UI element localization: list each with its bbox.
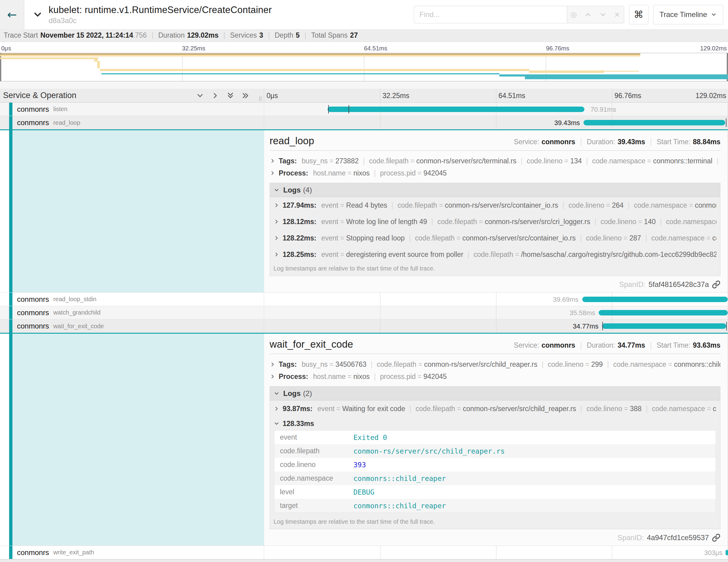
span-id-value: 5faf48165428c37a bbox=[648, 280, 709, 289]
span-bar[interactable] bbox=[726, 550, 728, 555]
tags-label: Tags: bbox=[279, 157, 297, 165]
chevron-right-icon bbox=[274, 202, 280, 208]
view-selector-dropdown[interactable]: Trace Timeline bbox=[653, 5, 723, 24]
span-name-cell[interactable]: conmonrs wait_for_exit_code bbox=[0, 319, 264, 333]
log-entry[interactable]: 128.12ms: event=Wrote log line of length… bbox=[270, 213, 720, 230]
process-pair: host.name=nixos bbox=[313, 373, 370, 381]
span-row-watch-grandchild[interactable]: conmonrs watch_grandchild 35.58ms bbox=[0, 306, 728, 319]
services-value: 3 bbox=[259, 31, 263, 39]
timeline-ruler: 0μs 32.25ms 64.51ms 96.76ms 129.02ms bbox=[264, 89, 728, 103]
service-label: Service: bbox=[514, 341, 539, 349]
span-timeline-cell[interactable]: 34.77ms bbox=[264, 319, 728, 333]
log-field: code.lineno=264 bbox=[558, 201, 624, 209]
keyboard-shortcuts-button[interactable]: ⌘ bbox=[629, 5, 648, 24]
copy-link-icon[interactable] bbox=[712, 533, 720, 542]
span-bar[interactable] bbox=[328, 107, 584, 112]
service-color-accent bbox=[9, 103, 12, 116]
back-button[interactable]: ← bbox=[0, 0, 24, 29]
duration-label: Duration bbox=[158, 31, 185, 39]
span-name-cell[interactable]: conmonrs watch_grandchild bbox=[0, 306, 264, 319]
tag-pair: code.namespace=conmonrs::terminal bbox=[582, 157, 713, 165]
span-row-listen[interactable]: conmonrs listen 70.91ms bbox=[0, 103, 728, 116]
logs-label: Logs bbox=[283, 389, 301, 398]
tags-row[interactable]: Tags: busy_ns=34506763code.filepath=conm… bbox=[270, 358, 720, 370]
minimap-span-segment bbox=[604, 71, 639, 72]
process-pair: process.pid=942045 bbox=[370, 169, 447, 177]
log-entry[interactable]: 128.22ms: event=Stopping read loopcode.f… bbox=[270, 230, 720, 246]
log-entry[interactable]: 128.25ms: event=deregistering event sour… bbox=[270, 246, 720, 263]
span-name-cell[interactable]: conmonrs listen bbox=[0, 103, 264, 116]
span-name-cell[interactable]: conmonrs read_loop bbox=[0, 116, 264, 129]
locate-span-icon[interactable]: ◎ bbox=[570, 10, 577, 19]
log-field: code.lineno=287 bbox=[576, 234, 641, 242]
log-field: event=Wrote log line of length 49 bbox=[321, 218, 427, 226]
log-field-row: targetconmonrs::child_reaper bbox=[274, 499, 716, 513]
span-timeline-cell[interactable]: 39.69ms bbox=[264, 293, 728, 306]
copy-link-icon[interactable] bbox=[712, 280, 720, 289]
minimap-canvas[interactable] bbox=[0, 53, 728, 81]
span-timeline-cell[interactable]: 39.43ms bbox=[264, 116, 728, 129]
span-row-read-loop-stdin[interactable]: conmonrs read_loop_stdin 39.69ms bbox=[0, 293, 728, 306]
log-field-row: eventExited 0 bbox=[274, 431, 716, 444]
tags-row[interactable]: Tags: busy_ns=273882code.filepath=conmon… bbox=[270, 155, 720, 167]
service-name: conmonrs bbox=[17, 105, 49, 114]
depth-label: Depth bbox=[275, 31, 293, 39]
span-name-cell[interactable]: conmonrs read_loop_stdin bbox=[0, 293, 264, 306]
ruler-tick: 96.76ms bbox=[614, 92, 641, 100]
logs-header[interactable]: Logs (4) bbox=[270, 183, 720, 197]
expand-one-chevron-right-icon[interactable] bbox=[211, 91, 219, 100]
span-row-wait-for-exit-code[interactable]: conmonrs wait_for_exit_code 34.77ms bbox=[0, 319, 728, 334]
service-name: conmonrs bbox=[17, 295, 49, 304]
chevron-down-icon bbox=[711, 12, 717, 18]
span-duration-label: 39.43ms bbox=[554, 119, 580, 127]
span-duration-label: 70.91ms bbox=[590, 106, 616, 114]
log-entry[interactable]: 93.87ms: event=Waiting for exit codecode… bbox=[270, 400, 720, 417]
log-marker-tick bbox=[726, 118, 726, 127]
collapse-one-chevron-down-icon[interactable] bbox=[196, 91, 204, 100]
log-entry[interactable]: 127.94ms: event=Read 4 bytescode.filepat… bbox=[270, 197, 720, 213]
span-bar[interactable] bbox=[583, 120, 725, 125]
log-timestamp: 128.12ms: bbox=[283, 218, 316, 226]
chevron-right-icon bbox=[270, 158, 276, 164]
expand-all-double-chevron-right-icon[interactable] bbox=[241, 91, 250, 100]
timeline-column-header: Service & Operation 0μs 32.25ms 64.51ms … bbox=[0, 89, 728, 103]
log-field: event=deregistering event source from po… bbox=[321, 250, 463, 259]
clear-search-icon[interactable]: × bbox=[614, 10, 620, 19]
chevron-down-icon bbox=[274, 187, 280, 193]
next-result-chevron-down-icon[interactable] bbox=[599, 11, 607, 19]
collapse-trace-chevron-icon[interactable] bbox=[32, 9, 43, 20]
detail-left-column bbox=[0, 130, 264, 292]
span-bar[interactable] bbox=[599, 310, 728, 315]
minimap-span-segment bbox=[97, 61, 100, 68]
span-timeline-cell[interactable]: 35.58ms bbox=[264, 306, 728, 319]
column-resize-grip[interactable] bbox=[259, 96, 261, 101]
span-bar[interactable] bbox=[602, 323, 726, 329]
span-bar[interactable] bbox=[582, 297, 728, 302]
minimap-span-segment bbox=[101, 73, 499, 74]
bottom-strip bbox=[0, 559, 728, 562]
operation-name: watch_grandchild bbox=[53, 309, 100, 316]
minimap-tick: 0μs bbox=[1, 45, 11, 52]
tag-pair: busy_ns=273882 bbox=[302, 157, 359, 165]
process-row[interactable]: Process: host.name=nixosprocess.pid=9420… bbox=[270, 167, 720, 179]
service-value: conmonrs bbox=[542, 341, 575, 349]
logs-header[interactable]: Logs (2) bbox=[270, 387, 720, 400]
service-color-accent bbox=[9, 130, 12, 292]
collapse-all-double-chevron-down-icon[interactable] bbox=[226, 91, 235, 100]
log-field: code.namespace=conmon… bbox=[641, 234, 716, 242]
prev-result-chevron-up-icon[interactable] bbox=[584, 11, 592, 19]
logs-label: Logs bbox=[283, 186, 301, 194]
span-row-read-loop[interactable]: conmonrs read_loop 39.43ms bbox=[0, 116, 728, 130]
span-name-cell[interactable]: conmonrs write_exit_path bbox=[0, 546, 264, 559]
process-row[interactable]: Process: host.name=nixosprocess.pid=9420… bbox=[270, 370, 720, 383]
span-timeline-cell[interactable]: 303μs bbox=[264, 546, 728, 559]
log-entry-expanded-header[interactable]: 128.33ms bbox=[270, 417, 720, 430]
span-rows: conmonrs listen 70.91ms conmonrs read_lo… bbox=[0, 103, 728, 559]
duration-value: 39.43ms bbox=[617, 138, 645, 146]
trace-timeline-view: ← kubelet: runtime.v1.RuntimeService/Cre… bbox=[0, 0, 728, 562]
span-row-write-exit-path[interactable]: conmonrs write_exit_path 303μs bbox=[0, 546, 728, 559]
span-timeline-cell[interactable]: 70.91ms bbox=[264, 103, 728, 116]
find-input[interactable] bbox=[414, 6, 567, 23]
log-timestamp: 128.22ms: bbox=[283, 234, 316, 242]
chevron-right-icon bbox=[274, 235, 280, 241]
